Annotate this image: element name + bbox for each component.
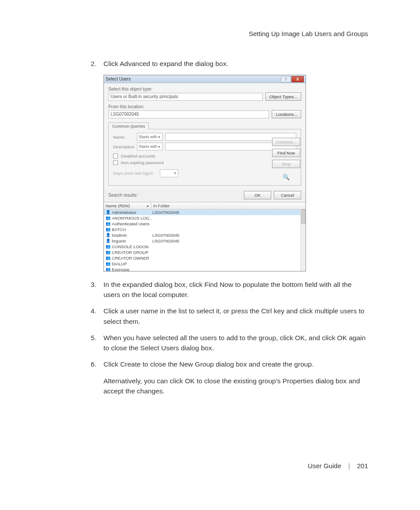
stop-button[interactable]: Stop [272,160,300,168]
group-icon: 👥 [106,267,111,271]
step-text: Click Create to close the New Group dial… [103,359,368,369]
result-folder: LSG07002045 [152,238,304,243]
sort-asc-icon: ▲ [146,204,149,207]
table-row[interactable]: 👥CONSOLE LOGON [104,244,306,249]
step-number: 4. [87,306,103,327]
description-label: Description: [113,144,134,149]
scrollbar[interactable] [300,209,306,271]
result-name: Administrator [112,210,152,215]
chevron-down-icon: ▼ [158,145,161,148]
footer-separator: | [348,462,350,470]
close-button[interactable]: X [291,76,304,82]
group-icon: 👥 [106,261,111,266]
name-match-select[interactable]: Starts with ▼ [137,133,162,141]
column-folder[interactable]: In Folder [151,202,306,209]
table-row[interactable]: 👥Everyone [104,267,306,271]
column-label: Name (RDN) [106,203,130,208]
disabled-checkbox[interactable] [113,154,118,158]
location-input[interactable]: LSG07002045 [108,110,269,118]
result-name: ANONYMOUS LOG.. [112,216,152,220]
step-text: Click Advanced to expand the dialog box. [103,59,368,69]
nonexpiring-checkbox[interactable] [113,160,118,165]
nonexpiring-label: Non expiring password [121,160,164,165]
search-results-label: Search results: [108,193,138,198]
disabled-label: Disabled accounts [121,154,155,158]
days-label: Days since last logon: [113,171,157,176]
group-icon: 👥 [106,256,111,261]
table-row[interactable]: 👥CREATOR OWNER [104,255,306,261]
user-icon: 👤 [106,210,111,215]
result-name: Authenticated Users [112,221,152,226]
result-name: Everyone [112,267,152,271]
table-row[interactable]: 👥CREATOR GROUP [104,249,306,255]
chevron-down-icon: ▼ [158,136,161,139]
group-icon: 👥 [106,250,111,255]
days-select[interactable]: ▼ [160,169,178,177]
step-text: In the expanded dialog box, click Find N… [103,279,368,300]
table-row[interactable]: 👤AdministratorLSG07002045 [104,209,306,215]
table-row[interactable]: 👥Authenticated Users [104,221,306,227]
table-row[interactable]: 👤brguestLSG07002045 [104,238,306,244]
page-number: 201 [357,462,368,470]
alt-paragraph: Alternatively, you can click OK to close… [103,376,368,396]
desc-match-select[interactable]: Starts with ▼ [137,143,162,150]
page-footer: User Guide | 201 [308,462,368,470]
table-row[interactable]: 👤bradminLSG07002045 [104,232,306,238]
result-name: DIALUP [112,261,152,266]
user-icon: 👤 [106,233,111,238]
locations-button[interactable]: Locations... [272,110,301,118]
select-users-dialog: Select Users ? X Select this object type… [103,75,306,272]
chevron-down-icon: ▼ [173,172,177,175]
object-type-input[interactable]: Users or Built-in security principals [108,93,263,101]
result-folder: LSG07002045 [152,210,304,215]
group-icon: 👥 [106,216,111,220]
user-icon: 👤 [106,238,111,243]
group-icon: 👥 [106,227,111,232]
dialog-title: Select Users [106,77,281,81]
column-name[interactable]: Name (RDN) ▲ [104,202,151,209]
table-row[interactable]: 👥BATCH [104,227,306,232]
result-folder: LSG07002045 [152,233,304,238]
result-name: CREATOR GROUP [112,250,152,255]
help-button[interactable]: ? [281,76,291,82]
search-icon: 🔍 [282,173,291,180]
table-row[interactable]: 👥ANONYMOUS LOG.. [104,215,306,221]
scrollbar-thumb[interactable] [301,209,306,224]
result-name: brguest [112,238,152,243]
result-name: CREATOR OWNER [112,256,152,261]
object-types-button[interactable]: Object Types... [265,92,301,101]
step-text: Click a user name in the list to select … [103,306,368,327]
step-text: When you have selected all the users to … [103,333,368,353]
cancel-button[interactable]: Cancel [274,191,301,199]
section-title: Setting Up Image Lab Users and Groups [249,30,368,37]
location-label: From this location: [108,104,301,109]
step-number: 5. [87,333,103,353]
step-number: 3. [87,279,103,300]
ok-button[interactable]: OK [244,191,271,199]
columns-button[interactable]: Columns... [272,138,300,146]
object-type-label: Select this object type: [108,87,301,92]
result-name: BATCH [112,227,152,232]
find-now-button[interactable]: Find Now [272,149,300,157]
group-icon: 👥 [106,244,111,249]
tab-common-queries[interactable]: Common Queries [108,122,149,129]
select-value: Starts with [139,144,157,149]
results-table: Name (RDN) ▲ In Folder 👤AdministratorLSG… [104,202,306,271]
step-number: 6. [87,359,103,369]
group-icon: 👥 [106,221,111,226]
result-name: bradmin [112,233,152,238]
select-value: Starts with [139,135,157,139]
result-name: CONSOLE LOGON [112,244,152,249]
footer-label: User Guide [308,462,341,470]
dialog-titlebar: Select Users ? X [104,75,306,83]
name-label: Name: [113,135,134,139]
step-number: 2. [87,59,103,69]
table-row[interactable]: 👥DIALUP [104,261,306,267]
